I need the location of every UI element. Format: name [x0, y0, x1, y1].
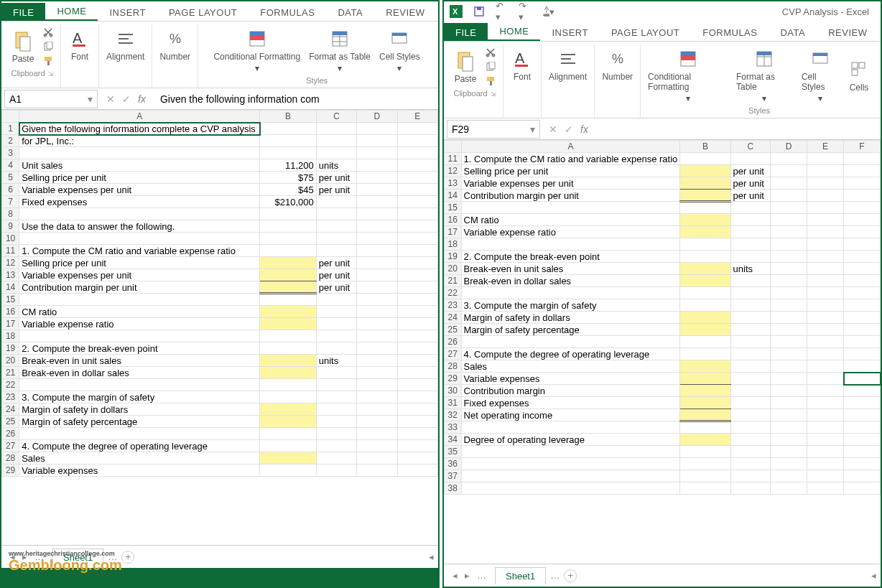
cell-C31[interactable]: [730, 397, 770, 409]
row-header-27[interactable]: 27: [2, 440, 19, 452]
cell-C28[interactable]: [316, 452, 356, 465]
cell-C34[interactable]: [730, 434, 770, 446]
cell-E30[interactable]: [807, 385, 844, 397]
cell-E13[interactable]: [397, 269, 437, 281]
cell-D25[interactable]: [770, 324, 807, 336]
cell-E19[interactable]: [397, 342, 437, 355]
number-button[interactable]: %Number: [157, 26, 193, 63]
conditional-formatting-button[interactable]: Conditional Formatting ▾: [645, 46, 730, 105]
cell-D5[interactable]: [357, 172, 397, 184]
cell-C38[interactable]: [730, 482, 770, 495]
cell-B26[interactable]: [260, 428, 317, 440]
row-header-4[interactable]: 4: [2, 159, 19, 172]
cell-B15[interactable]: [260, 294, 317, 306]
cell-C20[interactable]: units: [316, 355, 356, 367]
cell-F15[interactable]: [844, 202, 881, 214]
row-header-15[interactable]: 15: [445, 202, 462, 214]
cell-B29[interactable]: [680, 373, 730, 385]
cell-D6[interactable]: [357, 184, 397, 196]
cell-A23[interactable]: 3. Compute the margin of safety: [19, 391, 260, 403]
cell-B5[interactable]: $75: [260, 172, 317, 184]
format-as-table-button[interactable]: Format as Table ▾: [733, 46, 796, 105]
grid-area[interactable]: ABCDE1Given the following information co…: [1, 110, 438, 545]
row-header-17[interactable]: 17: [2, 318, 19, 330]
redo-icon[interactable]: ↷ ▾: [519, 5, 531, 18]
row-header-34[interactable]: 34: [445, 434, 462, 446]
cell-B27[interactable]: [260, 440, 317, 452]
cell-E24[interactable]: [397, 403, 437, 416]
alignment-button[interactable]: Alignment: [103, 26, 147, 63]
cell-A1[interactable]: Given the following information complete…: [19, 123, 260, 135]
cell-A11[interactable]: 1. Compute the CM ratio and variable exp…: [19, 245, 260, 257]
cell-A9[interactable]: Use the data to answer the following.: [19, 220, 260, 233]
row-header-14[interactable]: 14: [445, 190, 462, 202]
cell-C29[interactable]: [316, 465, 356, 477]
cell-E20[interactable]: [397, 355, 437, 367]
formula-input[interactable]: [600, 122, 881, 136]
cell-B6[interactable]: $45: [260, 184, 317, 196]
name-box[interactable]: F29▾: [447, 120, 540, 139]
select-all[interactable]: [445, 141, 462, 153]
cell-E4[interactable]: [397, 159, 437, 172]
cell-B17[interactable]: [680, 226, 730, 238]
cell-E29[interactable]: [397, 465, 437, 477]
cell-C16[interactable]: [730, 214, 770, 226]
cell-B38[interactable]: [680, 482, 730, 495]
cell-D20[interactable]: [357, 355, 397, 367]
cell-D19[interactable]: [770, 251, 807, 263]
tab-home[interactable]: HOME: [45, 1, 98, 21]
cut-button[interactable]: [42, 26, 56, 39]
number-button[interactable]: %Number: [599, 46, 636, 83]
cell-B25[interactable]: [680, 324, 730, 336]
cell-C32[interactable]: [730, 409, 770, 421]
cell-C33[interactable]: [730, 421, 770, 434]
cell-D15[interactable]: [357, 294, 397, 306]
row-header-15[interactable]: 15: [2, 294, 19, 306]
cell-D23[interactable]: [770, 299, 807, 312]
chevron-down-icon[interactable]: ▾: [88, 93, 93, 105]
cell-D7[interactable]: [357, 196, 397, 208]
cell-E18[interactable]: [397, 330, 437, 342]
row-header-25[interactable]: 25: [445, 324, 462, 336]
cell-E17[interactable]: [397, 318, 437, 330]
row-header-10[interactable]: 10: [2, 233, 19, 245]
cell-F37[interactable]: [844, 470, 881, 482]
row-header-20[interactable]: 20: [2, 355, 19, 367]
cell-D24[interactable]: [357, 403, 397, 416]
cell-A32[interactable]: Net operating income: [461, 409, 680, 421]
cell-A22[interactable]: [461, 287, 680, 299]
cell-D36[interactable]: [770, 458, 807, 470]
row-header-19[interactable]: 19: [2, 342, 19, 355]
cell-D33[interactable]: [770, 421, 807, 434]
cell-D31[interactable]: [770, 397, 807, 409]
cell-B4[interactable]: 11,200: [260, 159, 317, 172]
cell-B24[interactable]: [260, 403, 317, 416]
cell-F12[interactable]: [844, 165, 881, 177]
cell-A37[interactable]: [461, 470, 680, 482]
cell-A27[interactable]: 4. Compute the degree of operating lever…: [19, 440, 260, 452]
cell-B13[interactable]: [260, 269, 317, 281]
cell-styles-button[interactable]: Cell Styles ▾: [799, 46, 842, 105]
cell-E32[interactable]: [807, 409, 844, 421]
cell-E11[interactable]: [397, 245, 437, 257]
col-header-D[interactable]: D: [357, 111, 397, 123]
cell-F14[interactable]: [844, 190, 881, 202]
cells-button[interactable]: Cells: [845, 57, 873, 94]
cell-E27[interactable]: [397, 440, 437, 452]
row-header-36[interactable]: 36: [445, 458, 462, 470]
touch-mode-icon[interactable]: ▾: [542, 5, 554, 18]
tab-home[interactable]: HOME: [488, 22, 540, 41]
cell-E19[interactable]: [807, 251, 844, 263]
cell-E3[interactable]: [397, 147, 437, 159]
cell-D30[interactable]: [770, 385, 807, 397]
row-header-2[interactable]: 2: [2, 135, 19, 147]
cell-B1[interactable]: [260, 123, 317, 135]
cell-C23[interactable]: [730, 299, 770, 312]
col-header-C[interactable]: C: [316, 111, 356, 123]
row-header-24[interactable]: 24: [2, 403, 19, 416]
cell-D13[interactable]: [357, 269, 397, 281]
cell-B33[interactable]: [680, 421, 730, 434]
cell-D17[interactable]: [357, 318, 397, 330]
cell-C19[interactable]: [316, 342, 356, 355]
cell-D22[interactable]: [770, 287, 807, 299]
